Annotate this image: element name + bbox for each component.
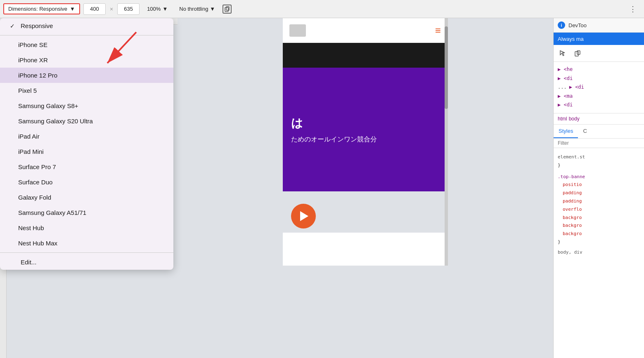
- devtools-header: i DevToo: [554, 18, 644, 33]
- element-style-selector: element.st: [558, 153, 640, 161]
- device-mode-button[interactable]: [572, 47, 583, 59]
- zoom-label: 100%: [147, 6, 161, 12]
- devtools-breadcrumb: html body: [554, 113, 644, 125]
- galaxy-fold-label: Galaxy Fold: [18, 194, 51, 201]
- zoom-button[interactable]: 100% ▼: [143, 4, 172, 14]
- pixel-5-label: Pixel 5: [18, 87, 37, 94]
- dropdown-item-iphone-xr[interactable]: iPhone XR: [0, 52, 173, 68]
- iphone-12-pro-label: iPhone 12 Pro: [18, 72, 57, 79]
- scrollbar[interactable]: [445, 18, 448, 266]
- japanese-subtext: ためのオールインワン競合分: [291, 135, 440, 144]
- phone-purple-section: は ためのオールインワン競合分: [283, 68, 448, 191]
- code-line-2: ▶ <di: [558, 74, 640, 83]
- dropdown-item-responsive[interactable]: ✓ Responsive: [0, 18, 173, 33]
- throttle-button[interactable]: No throttling ▼: [175, 4, 219, 14]
- devtools-icon-toolbar: [554, 45, 644, 62]
- style-prop-2: padding: [558, 189, 640, 197]
- hamburger-icon: ≡: [435, 25, 441, 36]
- style-prop-6: backgro: [558, 221, 640, 230]
- samsung-a51-label: Samsung Galaxy A51/71: [18, 209, 86, 216]
- ipad-mini-label: iPad Mini: [18, 148, 44, 155]
- style-prop-3: padding: [558, 197, 640, 205]
- dimensions-dropdown-button[interactable]: Dimensions: Responsive ▼: [3, 3, 80, 14]
- dropdown-item-ipad-air[interactable]: iPad Air: [0, 129, 173, 144]
- ipad-air-label: iPad Air: [18, 133, 40, 140]
- preview-area: ≡ は ためのオールインワン競合分: [0, 18, 553, 358]
- svg-rect-4: [575, 52, 578, 56]
- style-prop-7: backgro: [558, 230, 640, 238]
- throttle-arrow-icon: ▼: [210, 6, 215, 12]
- breadcrumb-html[interactable]: html: [558, 116, 567, 122]
- dropdown-item-ipad-mini[interactable]: iPad Mini: [0, 144, 173, 159]
- body-div-selector: body, div: [558, 248, 640, 255]
- more-options-button[interactable]: ⋮: [626, 3, 641, 15]
- style-prop-5: backgro: [558, 214, 640, 222]
- height-input[interactable]: [117, 3, 140, 15]
- dropdown-item-iphone-se[interactable]: iPhone SE: [0, 37, 173, 52]
- website-preview: ≡ は ためのオールインワン競合分: [178, 18, 553, 358]
- dimensions-arrow-icon: ▼: [70, 6, 75, 12]
- samsung-s8-label: Samsung Galaxy S8+: [18, 102, 78, 109]
- nest-hub-max-label: Nest Hub Max: [18, 240, 57, 247]
- code-line-4: ▶ <ma: [558, 92, 640, 101]
- throttle-label: No throttling: [179, 6, 208, 12]
- phone-header: ≡: [283, 18, 448, 43]
- tab-computed[interactable]: C: [578, 125, 592, 138]
- dropdown-item-samsung-a51[interactable]: Samsung Galaxy A51/71: [0, 205, 173, 220]
- svg-rect-0: [225, 7, 228, 12]
- devtools-info-icon: i: [558, 21, 565, 29]
- device-icon: [574, 50, 581, 57]
- code-tag-3: ▶ <di: [569, 83, 584, 92]
- dropdown-item-surface-duo[interactable]: Surface Duo: [0, 174, 173, 190]
- code-line-ellipsis: ... ▶ <di: [558, 83, 640, 92]
- dropdown-item-surface-pro-7[interactable]: Surface Pro 7: [0, 159, 173, 174]
- code-line-1: ▶ <he: [558, 65, 640, 74]
- dropdown-item-edit[interactable]: Edit...: [0, 254, 173, 270]
- styles-filter-row: [554, 139, 644, 148]
- dropdown-item-galaxy-fold[interactable]: Galaxy Fold: [0, 190, 173, 205]
- style-close-brace: }: [558, 238, 640, 246]
- ellipsis-label: ...: [558, 83, 567, 92]
- dropdown-item-iphone-12-pro[interactable]: iPhone 12 Pro: [0, 68, 173, 83]
- samsung-s20-label: Samsung Galaxy S20 Ultra: [18, 118, 93, 125]
- dropdown-item-nest-hub-max[interactable]: Nest Hub Max: [0, 236, 173, 251]
- phone-black-bar: [283, 43, 448, 68]
- always-button[interactable]: Always ma: [558, 36, 584, 42]
- style-prop-1: positio: [558, 181, 640, 189]
- top-banner-selector: .top-banne: [558, 173, 640, 181]
- phone-frame: ≡ は ためのオールインワン競合分: [283, 18, 448, 266]
- element-style-brace-close: }: [558, 161, 640, 170]
- dropdown-divider-top: [0, 35, 173, 35]
- styles-filter-input[interactable]: [558, 140, 640, 146]
- devtools-title: DevToo: [568, 22, 587, 28]
- width-input[interactable]: [83, 3, 106, 15]
- responsive-label: Responsive: [21, 22, 53, 29]
- zoom-arrow-icon: ▼: [162, 6, 168, 12]
- devtools-toolbar: Dimensions: Responsive ▼ × 100% ▼ No thr…: [0, 0, 644, 18]
- devtools-styles-panel: element.st } .top-banne positio padding …: [554, 148, 644, 358]
- cursor-icon: [559, 50, 566, 57]
- dimension-separator: ×: [110, 6, 113, 12]
- top-banner-block: .top-banne positio padding padding overf…: [558, 171, 640, 248]
- style-prop-4: overflo: [558, 205, 640, 214]
- nest-hub-label: Nest Hub: [18, 224, 44, 231]
- main-area: ≡ は ためのオールインワン競合分: [0, 18, 644, 358]
- rotate-button[interactable]: [223, 5, 232, 14]
- surface-duo-label: Surface Duo: [18, 179, 52, 186]
- dropdown-item-pixel-5[interactable]: Pixel 5: [0, 83, 173, 98]
- scrollbar-thumb[interactable]: [445, 26, 448, 109]
- rotate-icon: [224, 6, 230, 12]
- devtools-always-bar: Always ma: [554, 33, 644, 45]
- dimensions-dropdown-menu: ✓ Responsive iPhone SE iPhone XR iPhone …: [0, 18, 173, 270]
- devtools-tabs: Styles C: [554, 125, 644, 139]
- breadcrumb-body[interactable]: body: [569, 116, 580, 122]
- tab-styles[interactable]: Styles: [554, 125, 578, 138]
- element-picker-button[interactable]: [557, 47, 568, 59]
- dropdown-item-samsung-s20[interactable]: Samsung Galaxy S20 Ultra: [0, 113, 173, 129]
- surface-pro-7-label: Surface Pro 7: [18, 163, 56, 170]
- dropdown-item-nest-hub[interactable]: Nest Hub: [0, 220, 173, 236]
- japanese-heading: は: [291, 115, 440, 131]
- checkmark-icon: ✓: [10, 23, 17, 29]
- iphone-xr-label: iPhone XR: [18, 57, 48, 64]
- dropdown-item-samsung-s8[interactable]: Samsung Galaxy S8+: [0, 98, 173, 113]
